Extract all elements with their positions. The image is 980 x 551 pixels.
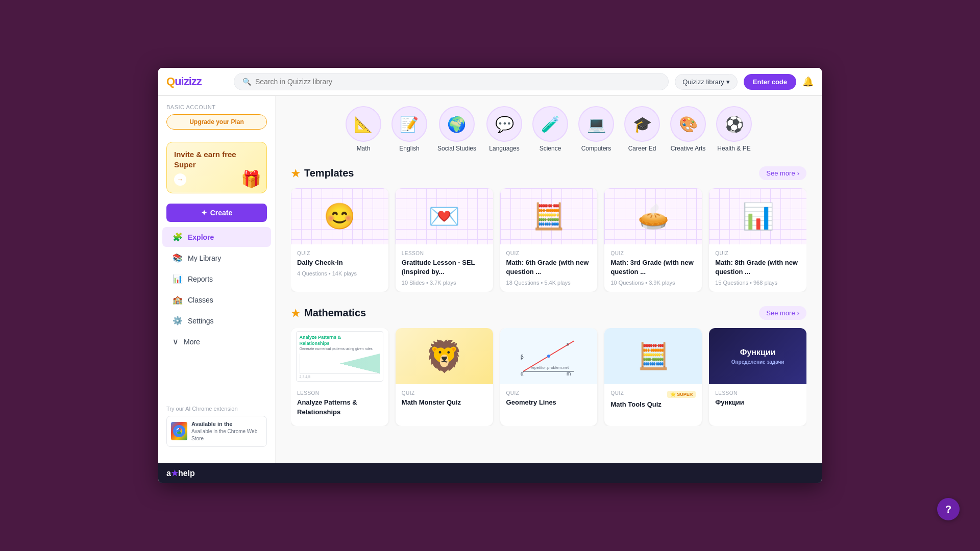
sidebar-item-reports[interactable]: 📊 Reports [162,269,271,289]
search-bar: 🔍 [234,73,669,90]
math-card-2[interactable]: 🦁 QUIZ Math Monster Quiz [396,328,493,425]
sidebar-item-explore[interactable]: 🧩 Explore [162,227,271,247]
math-title-4: Math Tools Quiz [610,400,696,409]
content-area: 📐 Math 📝 English 🌍 Social Studies 💬 Lang… [276,96,822,463]
category-career-ed[interactable]: 🎓 Career Ed [624,106,660,152]
chrome-ext-card[interactable]: Available in the Available in the Chrome… [166,416,267,447]
math-thumb-4: 🧮 [604,328,702,384]
template-thumb-1: 😊 [291,188,388,244]
ahelp-logo: a★help [166,468,195,478]
settings-icon: ⚙️ [173,316,183,325]
math-card-body-2: QUIZ Math Monster Quiz [396,384,493,416]
classes-icon: 🏫 [173,295,183,305]
category-languages[interactable]: 💬 Languages [486,106,522,152]
science-category-icon: 🧪 [532,106,568,142]
math-type-5: LESSON [715,390,800,396]
search-icon: 🔍 [242,78,251,86]
sidebar-item-my-library[interactable]: 📚 My Library [162,248,271,268]
chevron-down-icon: ▾ [726,78,730,86]
super-badge: ⭐ SUPER [667,391,696,398]
template-title-2: Gratitude Lesson - SEL (Inspired by... [402,258,487,277]
template-type-3: QUIZ [506,251,592,256]
category-science[interactable]: 🧪 Science [532,106,568,152]
svg-text:α: α [521,371,524,377]
english-label: English [399,145,419,152]
templates-section: ★ Templates See more › 😊 QUIZ Daily Chec… [291,166,806,292]
svg-text:m: m [567,371,571,377]
math-title-5: Функции [715,398,800,407]
template-card-2[interactable]: 💌 LESSON Gratitude Lesson - SEL (Inspire… [396,188,493,292]
create-button[interactable]: ✦ Create [166,204,267,222]
math-card-5[interactable]: Функции Определение задачи LESSON Функци… [709,328,806,425]
sidebar-item-explore-label: Explore [188,233,214,241]
category-creative-arts[interactable]: 🎨 Creative Arts [670,106,706,152]
template-thumb-3: 🧮 [500,188,598,244]
math-card-4[interactable]: 🧮 QUIZ ⭐ SUPER Math Tools Quiz [604,328,702,425]
chevron-more-icon: ∨ [173,337,179,346]
languages-label: Languages [489,145,519,152]
science-label: Science [540,145,561,152]
invite-arrow-icon: → [174,173,186,186]
help-button[interactable]: ? [937,498,960,520]
template-card-body-4: QUIZ Math: 3rd Grade (with new question … [604,244,702,292]
template-card-4[interactable]: 🥧 QUIZ Math: 3rd Grade (with new questio… [604,188,702,292]
sidebar-item-classes[interactable]: 🏫 Classes [162,290,271,310]
template-title-4: Math: 3rd Grade (with new question ... [610,258,696,277]
sidebar-item-my-library-label: My Library [188,254,221,262]
math-type-2: QUIZ [402,390,487,396]
category-math[interactable]: 📐 Math [346,106,381,152]
sidebar-item-settings-label: Settings [188,317,214,325]
notifications-bell-icon[interactable]: 🔔 [802,76,814,87]
sidebar-item-more-label: More [184,338,200,346]
template-title-5: Math: 8th Grade (with new question ... [715,258,800,277]
star-icon: ★ [291,167,300,180]
computers-category-icon: 💻 [578,106,614,142]
template-card-1[interactable]: 😊 QUIZ Daily Check-in 4 Questions • 14K … [291,188,388,292]
math-title-1: Analyze Patterns & Relationships [297,398,382,416]
computers-label: Computers [581,145,611,152]
template-thumb-4: 🥧 [604,188,702,244]
category-computers[interactable]: 💻 Computers [578,106,614,152]
sidebar-item-reports-label: Reports [188,275,213,283]
account-section: Basic account Upgrade your Plan [158,104,275,130]
math-card-body-1: LESSON Analyze Patterns & Relationships [291,384,388,425]
templates-title: ★ Templates [291,167,354,180]
template-card-5[interactable]: 📊 QUIZ Math: 8th Grade (with new questio… [709,188,806,292]
category-english[interactable]: 📝 English [391,106,427,152]
category-social-studies[interactable]: 🌍 Social Studies [437,106,476,152]
template-card-body-5: QUIZ Math: 8th Grade (with new question … [709,244,806,292]
chevron-right-icon: › [797,169,799,177]
library-icon: 📚 [173,253,183,263]
template-thumb-2: 💌 [396,188,493,244]
chrome-store-text: Available in the Available in the Chrome… [191,420,262,442]
sidebar-item-more[interactable]: ∨ More [162,332,271,352]
templates-see-more-button[interactable]: See more › [759,166,806,180]
sidebar-nav: 🧩 Explore 📚 My Library 📊 Reports 🏫 Class… [158,226,275,353]
upgrade-button[interactable]: Upgrade your Plan [166,114,267,130]
enter-code-button[interactable]: Enter code [744,74,796,90]
math-card-3[interactable]: β n α m repetitor-problem.net QUIZ Geome… [500,328,598,425]
category-health-pe[interactable]: ⚽ Health & PE [716,106,752,152]
search-input[interactable] [255,78,660,86]
template-type-1: QUIZ [297,251,382,256]
mathematics-see-more-button[interactable]: See more › [759,306,806,320]
sidebar-item-settings[interactable]: ⚙️ Settings [162,311,271,331]
math-type-4: QUIZ [610,390,624,396]
template-meta-5: 15 Questions • 968 plays [715,280,800,286]
template-card-3[interactable]: 🧮 QUIZ Math: 6th Grade (with new questio… [500,188,598,292]
math-card-1[interactable]: Analyze Patterns & Relationships Generat… [291,328,388,425]
invite-card[interactable]: Invite & earn free Super → 🎁 [166,142,267,193]
explore-icon: 🧩 [173,232,183,242]
template-thumb-5: 📊 [709,188,806,244]
browser-window: Quizizz 🔍 Quizizz library ▾ Enter code 🔔… [158,68,822,483]
template-type-5: QUIZ [715,251,800,256]
math-star-icon: ★ [291,307,300,319]
creative-arts-label: Creative Arts [671,145,706,152]
main-layout: Basic account Upgrade your Plan Invite &… [158,96,822,463]
library-button[interactable]: Quizizz library ▾ [675,74,738,90]
languages-category-icon: 💬 [486,106,522,142]
library-btn-label: Quizizz library [682,78,724,86]
math-type-1: LESSON [297,390,382,396]
career-ed-label: Career Ed [628,145,656,152]
template-meta-1: 4 Questions • 14K plays [297,270,382,277]
